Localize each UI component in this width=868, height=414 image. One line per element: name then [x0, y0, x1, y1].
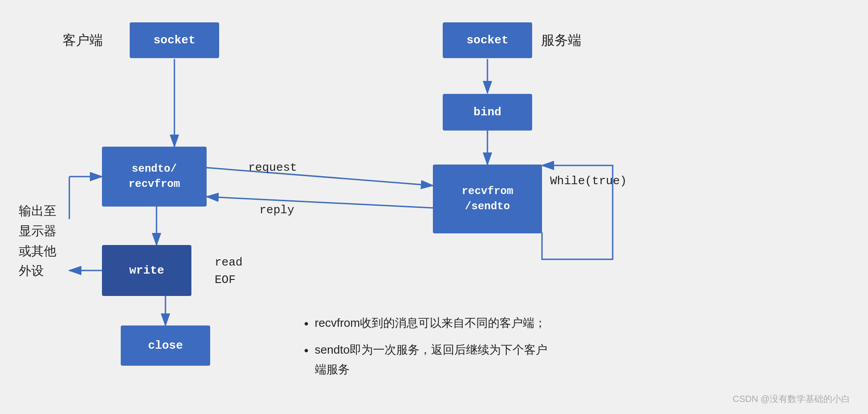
client-socket-box: socket	[130, 22, 219, 58]
svg-line-8	[207, 197, 433, 208]
server-label: 服务端	[541, 31, 581, 50]
reply-label: reply	[259, 203, 294, 217]
bullet-1: • recvfrom收到的消息可以来自不同的客户端；	[304, 313, 547, 334]
watermark: CSDN @没有数学基础的小白	[733, 393, 850, 405]
client-write-box: write	[102, 245, 191, 296]
client-sendto-recvfrom-box: sendto/recvfrom	[102, 147, 207, 207]
client-close-box: close	[121, 325, 210, 366]
server-recvfrom-sendto-box: recvfrom/sendto	[433, 165, 542, 233]
server-bind-box: bind	[443, 94, 532, 131]
client-label: 客户端	[63, 31, 103, 50]
diagram-container: socket sendto/recvfrom write close socke…	[0, 0, 868, 414]
while-label: While(true)	[550, 174, 627, 188]
bullet-2: • sendto即为一次服务，返回后继续为下个客户端服务	[304, 340, 547, 379]
bullet-section: • recvfrom收到的消息可以来自不同的客户端； • sendto即为一次服…	[304, 313, 547, 379]
server-socket-box: socket	[443, 22, 532, 58]
request-label: request	[248, 161, 297, 174]
read-eof-label: readEOF	[215, 254, 242, 289]
output-label: 输出至显示器或其他外设	[19, 201, 56, 281]
svg-line-7	[207, 168, 433, 186]
